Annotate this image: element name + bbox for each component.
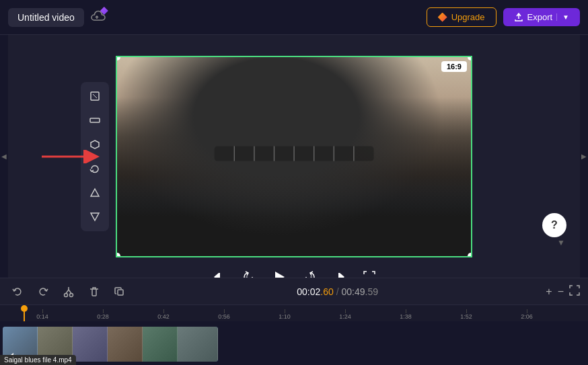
timeline-zoom-controls: + − [546,285,580,298]
fit-button[interactable] [569,285,580,298]
svg-text:5: 5 [310,276,313,278]
shape-tool-button[interactable] [83,206,106,229]
svg-rect-26 [118,290,123,295]
red-arrow-icon [42,150,102,163]
redo-button[interactable] [34,282,52,301]
track-filename-label: Saigal blues file 4.mp4 [0,355,76,365]
timeline-section: 00:02.60 / 00:49.59 + − 0:1 [0,278,588,365]
right-sidebar-toggle[interactable]: ▶ [580,35,588,278]
cloud-save-icon [91,9,106,25]
time-display: 00:02.60 / 00:49.59 [136,286,539,297]
main-area: ◀ [0,35,588,278]
upgrade-button[interactable]: Upgrade [427,7,497,27]
ruler-mark-6: 1:38 [375,313,436,320]
video-container: 16:9 5 [116,56,472,257]
track-thumb-3 [73,327,108,362]
rewind-5-button[interactable]: 5 [239,268,258,278]
play-button[interactable] [268,266,290,278]
crop-tool-button[interactable] [83,85,106,108]
guitar-overlay [170,116,418,216]
total-time: 00:49 [341,286,365,297]
export-button[interactable]: Export ▼ [503,8,580,26]
svg-marker-16 [214,273,219,278]
resize-handle-br[interactable] [468,253,472,257]
text-tool-button[interactable] [83,181,106,204]
help-button[interactable]: ? [542,213,566,237]
svg-marker-5 [91,213,99,220]
undo-button[interactable] [8,282,27,301]
ruler-mark-4: 1:10 [254,313,315,320]
current-time: 00:02 [297,286,320,297]
upgrade-diamond-icon [438,13,447,22]
svg-point-23 [65,293,68,296]
svg-marker-19 [275,272,285,278]
resize-handle-tr[interactable] [468,56,472,60]
fullscreen-button[interactable] [360,268,379,278]
arrow-annotation [42,150,102,163]
ruler-mark-1: 0:28 [73,313,133,320]
svg-line-2 [93,94,97,98]
svg-point-24 [70,293,73,296]
right-chevron-icon: ▶ [581,153,587,160]
delete-button[interactable] [85,282,104,301]
zoom-in-button[interactable]: + [546,286,552,298]
forward-5-button[interactable]: 5 [301,268,320,278]
header-left: Untitled video [8,8,106,27]
header-right: Upgrade Export ▼ [427,7,580,27]
trim-tool-button[interactable] [83,109,106,132]
svg-marker-21 [340,273,344,278]
aspect-ratio-badge: 16:9 [441,61,467,72]
playback-controls: 5 5 [209,266,379,278]
expand-panel-icon[interactable]: ▼ [557,238,565,247]
svg-rect-22 [338,273,340,278]
duplicate-button[interactable] [110,282,129,301]
skip-forward-button[interactable] [330,268,349,278]
playhead[interactable] [24,305,25,321]
track-thumb-5 [143,327,178,362]
timeline-ruler[interactable]: 0:14 0:28 0:42 0:56 1:10 1:24 1:38 1:52 … [0,305,588,321]
ruler-mark-8: 2:06 [497,313,557,320]
svg-rect-3 [90,118,100,122]
track-thumb-6 [178,327,218,362]
header: Untitled video Upgrade Export ▼ [0,0,588,35]
left-sidebar-toggle[interactable]: ◀ [0,35,8,278]
timeline-toolbar: 00:02.60 / 00:49.59 + − [0,278,588,305]
current-time-decimal: .60 [320,286,333,297]
cut-button[interactable] [59,282,78,301]
track-area[interactable]: Saigal blues file 4.mp4 [0,321,588,365]
export-icon [514,13,523,22]
ruler-inner: 0:14 0:28 0:42 0:56 1:10 1:24 1:38 1:52 … [3,305,585,321]
left-chevron-icon: ◀ [1,153,7,160]
svg-rect-17 [219,273,220,278]
ruler-mark-7: 1:52 [436,313,497,320]
title-button[interactable]: Untitled video [8,8,84,27]
total-time-decimal: .59 [365,286,378,297]
video-preview[interactable] [116,56,472,257]
ruler-mark-2: 0:42 [133,313,194,320]
track-thumb-4 [108,327,143,362]
export-caret-icon[interactable]: ▼ [556,13,569,21]
playhead-head [21,305,28,312]
ruler-mark-0: 0:14 [12,313,73,320]
ruler-mark-5: 1:24 [315,313,375,320]
svg-marker-4 [91,189,99,196]
svg-text:5: 5 [246,276,248,278]
ruler-mark-3: 0:56 [194,313,254,320]
zoom-out-button[interactable]: − [558,286,564,298]
video-frame [117,57,471,256]
skip-back-button[interactable] [209,268,228,278]
canvas-area: 16:9 5 [8,35,580,278]
